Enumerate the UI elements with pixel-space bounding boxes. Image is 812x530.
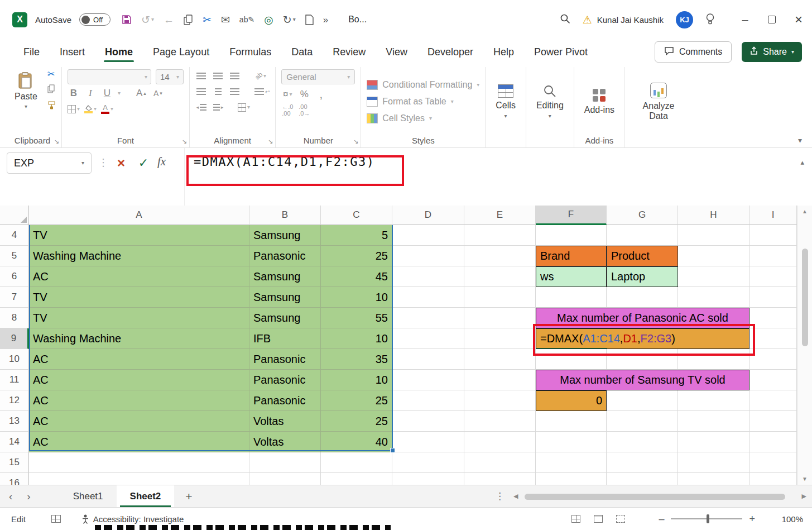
- editing-button[interactable]: Editing ▾: [532, 83, 568, 120]
- format-painter-icon[interactable]: [47, 101, 56, 112]
- cell-f5[interactable]: Brand: [536, 246, 607, 266]
- formula-input[interactable]: =DMAX(A1:C14,D1,F2:G3): [194, 155, 374, 169]
- cell-a14[interactable]: AC: [29, 432, 249, 452]
- cell-f12[interactable]: 0: [536, 390, 607, 411]
- cell-g16[interactable]: [607, 473, 678, 485]
- cell-e4[interactable]: [464, 225, 536, 246]
- cell-i16[interactable]: [749, 473, 797, 485]
- row-header-9[interactable]: 9: [0, 328, 29, 349]
- cell-d5[interactable]: [392, 246, 464, 266]
- row-header-15[interactable]: 15: [0, 452, 29, 473]
- add-sheet-button[interactable]: +: [185, 490, 192, 503]
- increase-decimal-button[interactable]: ←.0.00: [281, 103, 294, 117]
- cell-c12[interactable]: 25: [321, 390, 392, 411]
- column-header-i[interactable]: I: [749, 206, 797, 225]
- cell-g4[interactable]: [607, 225, 678, 246]
- row-header-11[interactable]: 11: [0, 370, 29, 390]
- cell-f6[interactable]: ws: [536, 266, 607, 287]
- scissors-icon[interactable]: ✂: [203, 15, 212, 25]
- cell-h10[interactable]: [678, 349, 749, 370]
- cell-f4[interactable]: [536, 225, 607, 246]
- cell-i10[interactable]: [749, 349, 797, 370]
- align-right-button[interactable]: [229, 85, 241, 98]
- cell-g5[interactable]: Product: [607, 246, 678, 266]
- column-header-h[interactable]: H: [678, 206, 749, 225]
- decrease-indent-button[interactable]: ◂: [195, 101, 208, 114]
- cancel-button[interactable]: ×: [112, 154, 131, 173]
- cell-h12[interactable]: [678, 390, 749, 411]
- row-header-12[interactable]: 12: [0, 390, 29, 411]
- share-button[interactable]: Share ▾: [742, 42, 802, 62]
- cell-h5[interactable]: [678, 246, 749, 266]
- cell-d11[interactable]: [392, 370, 464, 390]
- vertical-scrollbar-thumb[interactable]: [802, 249, 808, 346]
- cell-d4[interactable]: [392, 225, 464, 246]
- row-header-14[interactable]: 14: [0, 432, 29, 452]
- comma-style-button[interactable]: ,: [315, 88, 327, 101]
- tab-help[interactable]: Help: [484, 42, 523, 63]
- cell-c9[interactable]: 10: [321, 328, 392, 349]
- cell-e14[interactable]: [464, 432, 536, 452]
- cell-c11[interactable]: 10: [321, 370, 392, 390]
- percent-style-button[interactable]: %: [298, 88, 310, 101]
- underline-button[interactable]: U: [101, 87, 113, 100]
- row-header-8[interactable]: 8: [0, 308, 29, 328]
- cell-i12[interactable]: [749, 390, 797, 411]
- cell-h14[interactable]: [678, 432, 749, 452]
- cell-c8[interactable]: 55: [321, 308, 392, 328]
- cell-h7[interactable]: [678, 287, 749, 308]
- grow-font-button[interactable]: A▴: [135, 87, 147, 100]
- search-icon[interactable]: [560, 13, 570, 26]
- envelope-edit-icon[interactable]: ✉: [221, 15, 230, 25]
- cell-e9[interactable]: [464, 328, 536, 349]
- bold-button[interactable]: B: [68, 87, 80, 100]
- cell-c14[interactable]: 40: [321, 432, 392, 452]
- align-center-button[interactable]: [212, 85, 224, 98]
- cell-c15[interactable]: [321, 452, 392, 473]
- cell-a10[interactable]: AC: [29, 349, 249, 370]
- cell-i9[interactable]: [749, 328, 797, 349]
- cell-d10[interactable]: [392, 349, 464, 370]
- cell-e15[interactable]: [464, 452, 536, 473]
- close-button[interactable]: ×: [785, 0, 812, 39]
- tab-file[interactable]: File: [15, 42, 49, 63]
- merge-center-button[interactable]: ▾: [238, 101, 250, 114]
- cell-d6[interactable]: [392, 266, 464, 287]
- row-header-4[interactable]: 4: [0, 225, 29, 246]
- cell-a8[interactable]: TV: [29, 308, 249, 328]
- page-break-view-icon[interactable]: [616, 515, 625, 523]
- cell-c5[interactable]: 25: [321, 246, 392, 266]
- cell-a7[interactable]: TV: [29, 287, 249, 308]
- font-dialog-launcher[interactable]: ↘: [182, 138, 187, 145]
- redo-icon[interactable]: ↻▾: [283, 15, 296, 25]
- sheet-nav-left-icon[interactable]: ‹: [9, 490, 12, 503]
- cells-button[interactable]: Cells ▾: [491, 83, 520, 120]
- cell-e6[interactable]: [464, 266, 536, 287]
- tab-page-layout[interactable]: Page Layout: [144, 42, 218, 63]
- cell-b14[interactable]: Voltas: [249, 432, 321, 452]
- clipboard-dialog-launcher[interactable]: ↘: [54, 138, 59, 145]
- shrink-font-button[interactable]: A▾: [152, 87, 164, 100]
- scroll-up-arrow[interactable]: ▲: [797, 208, 812, 214]
- cell-d16[interactable]: [392, 473, 464, 485]
- sheet-nav-right-icon[interactable]: ›: [27, 490, 30, 503]
- cell-g7[interactable]: [607, 287, 678, 308]
- alignment-dialog-launcher[interactable]: ↘: [268, 138, 273, 145]
- cell-i6[interactable]: [749, 266, 797, 287]
- row-header-13[interactable]: 13: [0, 411, 29, 432]
- cell-b15[interactable]: [249, 452, 321, 473]
- cell-e7[interactable]: [464, 287, 536, 308]
- cell-i14[interactable]: [749, 432, 797, 452]
- cell-e16[interactable]: [464, 473, 536, 485]
- font-color-button[interactable]: A ▾: [101, 102, 113, 116]
- cell-b6[interactable]: Samsung: [249, 266, 321, 287]
- column-header-e[interactable]: E: [464, 206, 536, 225]
- column-header-c[interactable]: C: [321, 206, 392, 225]
- merged-cell-f9[interactable]: =DMAX(A1:C14,D1,F2:G3): [536, 328, 749, 349]
- cell-h6[interactable]: [678, 266, 749, 287]
- borders-button[interactable]: ▾: [68, 102, 80, 116]
- undo-icon[interactable]: ↺▾: [141, 15, 154, 25]
- cell-g13[interactable]: [607, 411, 678, 432]
- orientation-button[interactable]: ab▾: [254, 69, 267, 83]
- cell-g15[interactable]: [607, 452, 678, 473]
